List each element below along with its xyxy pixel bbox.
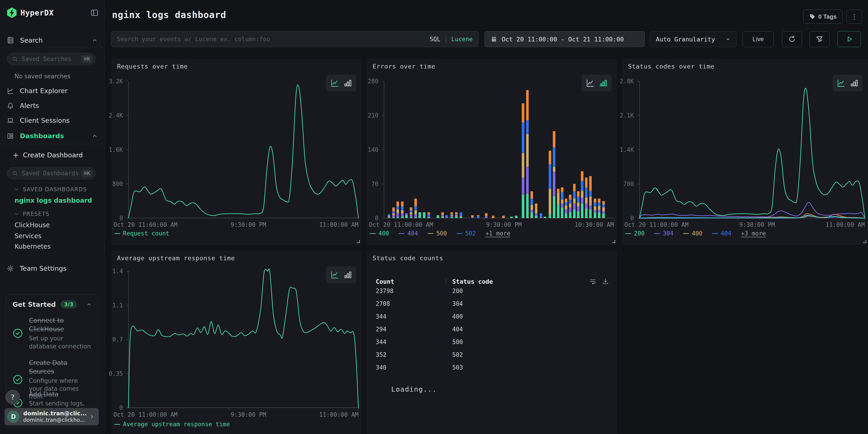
x-axis-tick-label: 9:30:00 PM [231,221,267,228]
get-started-progress-badge: 3/3 [60,300,77,309]
live-button[interactable]: Live [743,31,774,47]
count-cell: 23798 [376,287,452,294]
table-row[interactable]: 344500 [376,336,609,348]
x-axis: Oct 20 11:00:00 AM9:30:00 PM10:30:00 AM [369,221,614,228]
legend-item[interactable]: 400 [683,230,703,237]
legend-item[interactable]: 400 [370,230,389,237]
sidebar-item-dashboards[interactable]: Dashboards [0,130,104,142]
count-cell: 294 [376,326,452,333]
x-axis-tick-label: 10:30:00 AM [575,221,614,228]
shortcut-badge: ⌘K [82,169,92,177]
run-query-button[interactable] [837,31,861,47]
legend-swatch [457,233,462,234]
legend-item[interactable]: 500 [428,230,447,237]
legend-item[interactable]: Request count [114,230,169,237]
collapse-sidebar-icon[interactable] [90,9,99,17]
column-header-status-code[interactable]: Status code [452,278,589,285]
chevron-down-icon [725,36,731,42]
saved-searches-placeholder: Saved Searches [22,56,82,62]
y-axis-tick-label: 0 [119,215,123,222]
table-row[interactable]: 340503 [376,361,609,374]
x-axis: Oct 20 11:00:00 AM9:30:00 PM11:00:00 AM [114,221,359,228]
tags-button[interactable]: 0 Tags [803,9,842,24]
help-button[interactable]: ? [5,390,20,404]
avatar: D [7,410,20,423]
x-axis-tick-label: 9:30:00 PM [486,221,522,228]
x-axis-tick-label: Oct 20 11:00:00 AM [114,411,178,418]
wrap-lines-icon[interactable] [589,278,596,285]
legend-item[interactable]: 304 [654,230,674,237]
group-presets[interactable]: PRESETS [14,210,98,219]
search-input[interactable] [117,36,430,42]
panel-menu-button[interactable]: ⋮ [846,9,862,24]
errors-chart-plot[interactable] [384,81,614,218]
requests-chart-plot[interactable] [128,81,359,218]
sql-mode-toggle[interactable]: SQL [430,36,440,42]
count-cell: 344 [376,313,452,320]
status-codes-chart-plot[interactable] [640,81,865,218]
column-header-count[interactable]: Count [376,278,444,285]
legend-item[interactable]: 502 [457,230,476,237]
panel-resize-handle[interactable] [357,240,360,243]
chart-legend: 200304400404+3 more [625,230,766,237]
sidebar-item-clickhouse[interactable]: ClickHouse [14,220,100,230]
legend-more-link[interactable]: +3 more [741,230,766,237]
table-row[interactable]: 344400 [376,310,609,323]
refresh-button[interactable] [782,31,802,47]
legend-item[interactable]: 200 [625,230,645,237]
no-saved-searches-label: No saved searches [14,73,70,80]
column-resize-handle[interactable]: ⁞ [444,278,452,285]
plus-icon: + [13,151,19,159]
check-circle-icon [12,328,23,339]
play-icon [845,35,853,43]
y-axis-tick-label: 2.8K [620,78,634,85]
legend-item[interactable]: Average upstream response time [114,421,230,428]
table-row[interactable]: 352502 [376,348,609,361]
lucene-mode-toggle[interactable]: Lucene [451,36,473,42]
hyperdx-logo-icon [6,7,18,19]
sidebar-item-kubernetes[interactable]: Kubernetes [14,241,100,251]
y-axis-tick-label: 3.2K [108,78,123,85]
legend-swatch [654,233,660,234]
download-icon[interactable] [602,278,609,285]
y-axis-tick-label: 140 [368,147,378,153]
panel-resize-handle[interactable] [612,240,615,243]
kebab-icon: ⋮ [851,13,858,21]
user-menu[interactable]: D dominic.tran@clic... dominic.tran@clic… [5,408,99,425]
date-range-picker[interactable]: Oct 20 11:00:00 - Oct 21 11:00:00 [485,31,645,47]
y-axis-tick-label: 2.1K [620,112,634,119]
get-started-step[interactable]: Connect to ClickHouse Set up your databa… [12,316,92,350]
sidebar-item-client-sessions[interactable]: Client Sessions [0,114,104,127]
granularity-select[interactable]: Auto Granularity [650,31,737,47]
sidebar-item-chart-explorer[interactable]: Chart Explorer [0,85,104,97]
x-axis-tick-label: Oct 20 11:00:00 AM [114,221,178,228]
sidebar-item-team-settings[interactable]: Team Settings [0,262,104,275]
y-axis-tick-label: 2.4K [108,112,123,119]
saved-searches-input[interactable]: Saved Searches ⌘K [7,53,96,65]
table-row[interactable]: 23798200 [376,285,609,298]
table-row[interactable]: 294404 [376,323,609,336]
sidebar-section-search[interactable]: Search [0,34,104,47]
filters-button[interactable] [809,31,830,47]
legend-item[interactable]: 404 [399,230,418,237]
y-axis-tick-label: 1.1 [112,302,123,309]
chevron-down-icon [14,212,19,217]
legend-more-link[interactable]: +1 more [486,230,510,237]
response-time-chart-plot[interactable] [128,271,359,408]
sidebar-item-nginx-logs-dashboard[interactable]: nginx logs dashboard [14,195,100,206]
chevron-up-icon[interactable] [86,302,92,307]
panel-status-codes-over-time: Status codes over time 2.8K2.1K1.4K7000 … [622,59,868,245]
panel-resize-handle[interactable] [863,240,866,243]
divider [0,47,104,48]
sidebar-item-alerts[interactable]: Alerts [0,99,104,112]
legend-item[interactable]: 404 [712,230,732,237]
sidebar-item-services[interactable]: Services [14,231,100,241]
logo-row: HyperDX [6,6,99,20]
x-axis-tick-label: Oct 20 11:00:00 AM [369,221,433,228]
panel-errors-over-time: Errors over time 280210140700 Oct 20 11:… [367,59,617,245]
create-dashboard-button[interactable]: + Create Dashboard [0,149,104,161]
group-saved-dashboards[interactable]: SAVED DASHBOARDS [14,185,98,194]
table-row[interactable]: 2708304 [376,298,609,310]
search-section-icon [7,37,14,44]
saved-dashboards-input[interactable]: Saved Dashboards ⌘K [7,167,96,179]
